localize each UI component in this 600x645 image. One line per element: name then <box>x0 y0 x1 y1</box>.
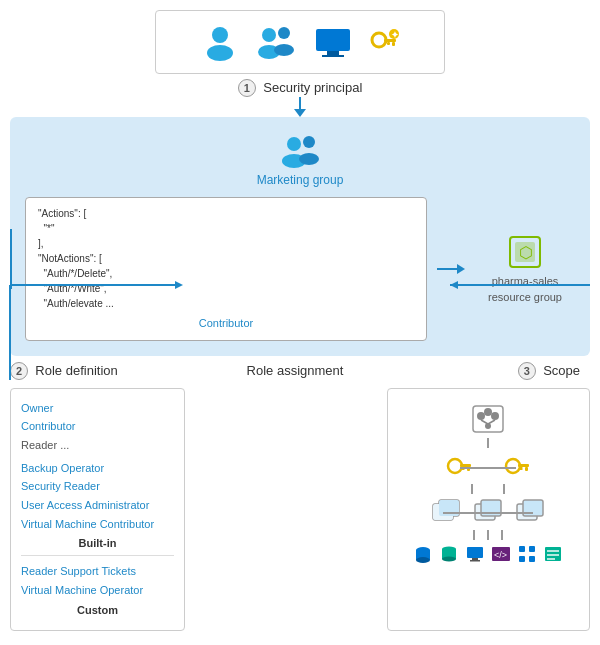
role-assignment-spacer <box>195 388 377 631</box>
tree-v-lines-2 <box>471 484 505 494</box>
role-assignment-text: Role assignment <box>247 363 344 378</box>
svg-rect-64 <box>547 550 559 552</box>
svg-point-5 <box>274 44 294 56</box>
arrow-line-sp <box>299 97 301 109</box>
tree-h-line-3 <box>443 512 533 514</box>
svg-rect-56 <box>470 560 480 562</box>
scope-label: Scope <box>543 363 580 378</box>
monitor-icon <box>465 544 485 564</box>
key-icon-1 <box>445 452 473 480</box>
svg-point-0 <box>212 27 228 43</box>
user-icon <box>201 23 239 61</box>
tree-v-line-1 <box>487 438 489 448</box>
svg-rect-62 <box>529 556 535 562</box>
group-icon <box>254 23 299 61</box>
left-arrow-connector <box>0 249 130 289</box>
managed-identity-icon: ✦ <box>367 26 399 58</box>
role-assignment-area: Marketing group "Actions": [ "*" ], "Not… <box>10 117 590 356</box>
role-definition-label: Role definition <box>35 363 117 378</box>
security-principal-box: ✦ <box>155 10 445 74</box>
mgmt-group-icon <box>471 404 505 434</box>
step-2-badge: 2 <box>10 362 28 380</box>
role-reader-support[interactable]: Reader Support Tickets <box>21 562 174 581</box>
marketing-group-area: Marketing group <box>25 132 575 187</box>
svg-point-53 <box>442 556 456 561</box>
role-assignment-label-area: Role assignment <box>185 363 405 378</box>
section-labels: 2 Role definition Role assignment 3 Scop… <box>10 362 590 380</box>
role-reader: Reader <box>21 439 57 451</box>
svg-point-18 <box>303 136 315 148</box>
step-3-badge: 3 <box>518 362 536 380</box>
scope-box: </> <box>387 388 591 631</box>
v-line-left <box>471 484 473 494</box>
svg-rect-36 <box>518 464 529 467</box>
storage-icon <box>413 544 433 564</box>
resource-group-icon: ⬡ <box>505 232 545 272</box>
svg-text:</>: </> <box>494 550 507 560</box>
resource-group-box: ⬡ pharma-sales resource group <box>475 232 575 305</box>
scope-tree: </> <box>398 404 580 564</box>
svg-point-50 <box>416 557 430 563</box>
svg-point-4 <box>278 27 290 39</box>
code-icon: </> <box>491 544 511 564</box>
role-divider <box>21 555 174 556</box>
svg-point-16 <box>287 137 301 151</box>
role-user-access-admin[interactable]: User Access Administrator <box>21 496 174 515</box>
list-icon <box>543 544 563 564</box>
role-ellipsis: ... <box>60 439 69 451</box>
diagram-container: ✦ 1 Security principal Marketing group <box>0 0 600 645</box>
svg-text:✦: ✦ <box>391 30 399 40</box>
svg-point-24 <box>477 412 485 420</box>
right-arrow <box>437 264 465 274</box>
role-security-reader[interactable]: Security Reader <box>21 477 174 496</box>
scope-label-area: 3 Scope <box>405 362 590 380</box>
security-principal-label: 1 Security principal <box>238 79 363 97</box>
tree-v-lines-3 <box>473 530 503 540</box>
svg-rect-66 <box>547 558 555 560</box>
svg-rect-8 <box>322 55 344 57</box>
key-node-1 <box>445 452 473 480</box>
contributor-label: Contributor <box>38 315 414 332</box>
application-icon <box>314 27 352 57</box>
svg-rect-38 <box>520 467 523 470</box>
svg-rect-54 <box>467 547 483 558</box>
role-assignment-inner: "Actions": [ "*" ], "NotActions": [ "Aut… <box>25 197 575 341</box>
role-backup-operator[interactable]: Backup Operator <box>21 459 174 478</box>
tree-level-2 <box>445 452 531 480</box>
svg-rect-37 <box>525 467 528 471</box>
svg-rect-6 <box>316 29 350 51</box>
mgmt-group-node <box>471 404 505 434</box>
svg-point-26 <box>491 412 499 420</box>
role-contributor[interactable]: Contributor <box>21 417 174 436</box>
apps-icon <box>517 544 537 564</box>
resource-group-label: pharma-sales resource group <box>475 274 575 305</box>
arrow-h-line <box>437 268 457 270</box>
svg-point-2 <box>262 28 276 42</box>
svg-point-25 <box>484 408 492 416</box>
key-node-2 <box>503 452 531 480</box>
svg-point-34 <box>452 464 456 468</box>
left-connector <box>205 388 207 631</box>
tree-level-3 <box>431 498 545 526</box>
role-vm-contributor[interactable]: Virtual Machine Contributor <box>21 515 174 534</box>
svg-rect-55 <box>472 558 478 560</box>
bottom-row: Owner Contributor Reader ... Backup Oper… <box>10 388 590 631</box>
arrow-head-right <box>457 264 465 274</box>
role-vm-operator[interactable]: Virtual Machine Operator <box>21 581 174 600</box>
svg-rect-61 <box>519 556 525 562</box>
custom-label: Custom <box>21 604 174 616</box>
step-1-badge: 1 <box>238 79 256 97</box>
svg-point-19 <box>299 153 319 165</box>
svg-rect-65 <box>547 554 559 556</box>
svg-rect-11 <box>392 42 395 46</box>
svg-point-13 <box>375 38 379 42</box>
v-line-right <box>503 484 505 494</box>
key-icon-2 <box>503 452 531 480</box>
builtin-label: Built-in <box>21 537 174 549</box>
role-owner[interactable]: Owner <box>21 399 174 418</box>
tree-level-4: </> <box>413 544 563 564</box>
security-principal-section: ✦ 1 Security principal <box>10 10 590 117</box>
marketing-group-label: Marketing group <box>25 173 575 187</box>
svg-rect-12 <box>387 42 390 45</box>
v3-line-1 <box>473 530 475 540</box>
